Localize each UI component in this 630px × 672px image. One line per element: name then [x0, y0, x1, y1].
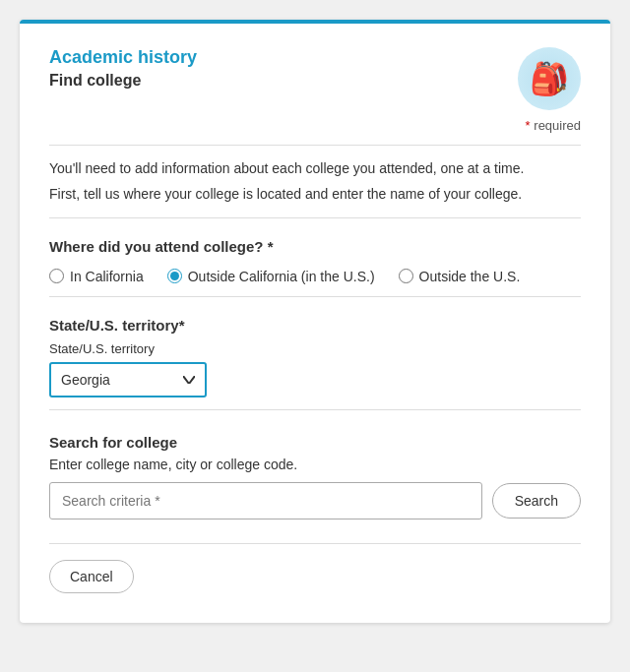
divider-4: [49, 409, 581, 410]
card-content: Academic history Find college 🎒 * requir…: [20, 24, 610, 623]
info-line-2: First, tell us where your college is loc…: [49, 183, 581, 205]
cancel-button[interactable]: Cancel: [49, 560, 134, 593]
section-label: Academic history: [49, 47, 197, 68]
search-section-title: Search for college: [49, 434, 581, 451]
radio-outside-us-label: Outside the U.S.: [419, 269, 521, 284]
required-note: * required: [49, 118, 581, 133]
page-title: Find college: [49, 72, 197, 90]
search-button[interactable]: Search: [492, 483, 581, 519]
radio-outside-us[interactable]: [399, 269, 413, 283]
state-select[interactable]: Alabama Alaska Arizona Arkansas Californ…: [49, 362, 207, 397]
radio-in-california[interactable]: [49, 269, 64, 283]
required-text: required: [534, 118, 581, 133]
state-section: State/U.S. territory* State/U.S. territo…: [49, 317, 581, 397]
info-line-1: You'll need to add information about eac…: [49, 157, 581, 179]
search-instruction: Enter college name, city or college code…: [49, 457, 581, 472]
radio-option-outside-california[interactable]: Outside California (in the U.S.): [167, 269, 375, 284]
radio-outside-california-label: Outside California (in the U.S.): [188, 269, 375, 284]
search-row: Search: [49, 482, 581, 519]
radio-in-california-label: In California: [70, 269, 144, 284]
divider-1: [49, 145, 581, 146]
divider-3: [49, 296, 581, 297]
divider-2: [49, 217, 581, 218]
location-question-label: Where did you attend college? *: [49, 238, 581, 255]
backpack-icon: 🎒: [518, 47, 581, 110]
radio-outside-california[interactable]: [167, 269, 182, 283]
radio-option-outside-us[interactable]: Outside the U.S.: [399, 269, 521, 284]
radio-option-in-california[interactable]: In California: [49, 269, 144, 284]
required-star: *: [526, 118, 531, 133]
main-card: Academic history Find college 🎒 * requir…: [20, 20, 610, 623]
title-block: Academic history Find college: [49, 47, 197, 90]
search-input[interactable]: [49, 482, 482, 519]
state-field-label: State/U.S. territory: [49, 341, 581, 356]
bottom-divider: [49, 543, 581, 544]
state-section-title: State/U.S. territory*: [49, 317, 581, 334]
header-row: Academic history Find college 🎒: [49, 47, 581, 110]
location-section: Where did you attend college? * In Calif…: [49, 238, 581, 284]
search-section: Search for college Enter college name, c…: [49, 434, 581, 519]
radio-group: In California Outside California (in the…: [49, 269, 581, 284]
